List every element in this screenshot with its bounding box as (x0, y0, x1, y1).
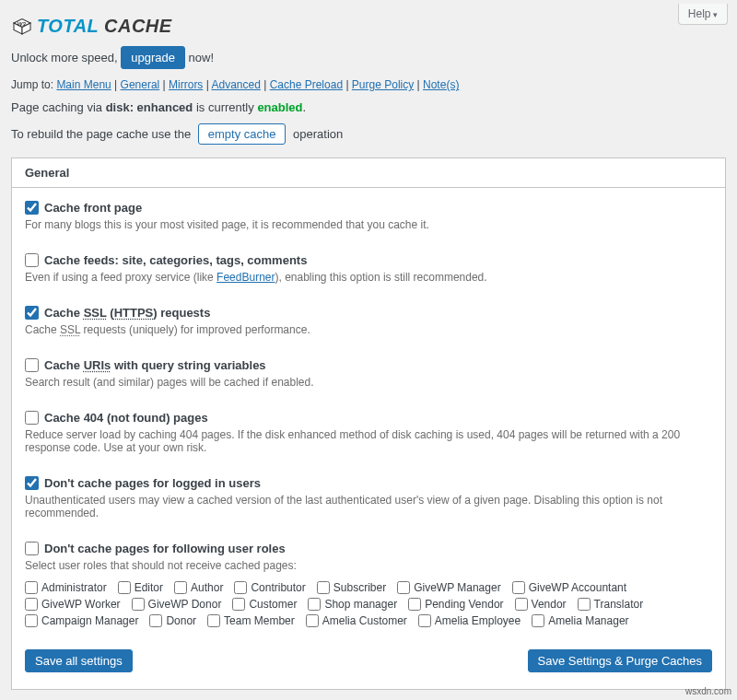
role-editor[interactable]: Editor (118, 581, 163, 594)
role-checkbox[interactable] (397, 581, 410, 594)
option-logged: Don't cache pages for logged in usersUna… (25, 476, 712, 519)
empty-cache-button[interactable]: empty cache (198, 123, 287, 145)
role-checkbox[interactable] (232, 598, 245, 611)
role-givewp-worker[interactable]: GiveWP Worker (25, 598, 121, 611)
option-logged-checkbox[interactable] (25, 476, 39, 490)
role-shop-manager[interactable]: Shop manager (308, 598, 397, 611)
role-givewp-accountant[interactable]: GiveWP Accountant (512, 581, 627, 594)
option-query-title: Cache URIs with query string variables (44, 358, 266, 372)
role-checkbox[interactable] (25, 581, 38, 594)
role-subscriber[interactable]: Subscriber (317, 581, 386, 594)
role-amelia-customer[interactable]: Amelia Customer (306, 614, 407, 627)
rebuild-line: To rebuild the page cache use the empty … (11, 123, 726, 145)
option-roles-title: Don't cache pages for following user rol… (44, 542, 286, 555)
option-roles-desc: Select user roles that should not receiv… (25, 559, 712, 572)
role-pending-vendor[interactable]: Pending Vendor (408, 598, 503, 611)
option-ssl-label[interactable]: Cache SSL (HTTPS) requests (25, 306, 712, 320)
role-checkbox[interactable] (512, 581, 525, 594)
page-wrap: W3 TOTAL CACHE Unlock more speed, upgrad… (0, 0, 737, 699)
attribution: wsxdn.com (685, 686, 731, 696)
option-logged-label[interactable]: Don't cache pages for logged in users (25, 476, 712, 490)
role-author[interactable]: Author (174, 581, 223, 594)
option-ssl-checkbox[interactable] (25, 306, 39, 320)
jump-nav: Jump to: Main Menu | General | Mirrors |… (11, 78, 726, 91)
option-query-checkbox[interactable] (25, 358, 39, 372)
role-administrator[interactable]: Administrator (25, 581, 107, 594)
option-feeds-title: Cache feeds: site, categories, tags, com… (44, 253, 307, 267)
role-checkbox[interactable] (149, 614, 162, 627)
role-checkbox[interactable] (25, 614, 38, 627)
jump-link-advanced[interactable]: Advanced (212, 78, 261, 91)
upgrade-button[interactable]: upgrade (121, 46, 185, 69)
role-checkbox[interactable] (25, 598, 38, 611)
role-amelia-employee[interactable]: Amelia Employee (418, 614, 521, 627)
role-team-member[interactable]: Team Member (207, 614, 295, 627)
svg-text:W3: W3 (18, 21, 27, 27)
role-donor[interactable]: Donor (149, 614, 196, 627)
role-checkbox[interactable] (532, 614, 544, 627)
jump-link-mirrors[interactable]: Mirrors (169, 78, 203, 91)
option-feeds-checkbox[interactable] (25, 253, 39, 267)
logo-icon: W3 (11, 15, 33, 37)
role-checkbox[interactable] (207, 614, 220, 627)
option-ssl-desc: Cache SSL requests (uniquely) for improv… (25, 323, 712, 336)
role-contributor[interactable]: Contributor (234, 581, 305, 594)
role-checkbox[interactable] (317, 581, 330, 594)
save-all-button[interactable]: Save all settings (25, 649, 133, 672)
jump-link-note-s-[interactable]: Note(s) (423, 78, 459, 91)
option-404-title: Cache 404 (not found) pages (44, 411, 208, 425)
role-checkbox[interactable] (174, 581, 187, 594)
option-404-label[interactable]: Cache 404 (not found) pages (25, 411, 712, 425)
link-feedburner[interactable]: FeedBurner (216, 271, 275, 284)
option-query: Cache URIs with query string variablesSe… (25, 358, 712, 389)
role-checkbox[interactable] (515, 598, 528, 611)
roles-list: AdministratorEditorAuthorContributorSubs… (25, 581, 712, 627)
option-ssl: Cache SSL (HTTPS) requestsCache SSL requ… (25, 306, 712, 336)
logo-text: TOTAL CACHE (37, 16, 172, 37)
role-checkbox[interactable] (118, 581, 131, 594)
option-roles-label[interactable]: Don't cache pages for following user rol… (25, 542, 712, 555)
option-feeds-desc: Even if using a feed proxy service (like… (25, 271, 712, 284)
option-front-checkbox[interactable] (25, 201, 39, 215)
jump-link-cache-preload[interactable]: Cache Preload (270, 78, 343, 91)
role-vendor[interactable]: Vendor (515, 598, 567, 611)
role-translator[interactable]: Translator (578, 598, 644, 611)
option-feeds-label[interactable]: Cache feeds: site, categories, tags, com… (25, 253, 712, 267)
option-query-desc: Search result (and similar) pages will b… (25, 376, 712, 389)
option-query-label[interactable]: Cache URIs with query string variables (25, 358, 712, 372)
option-404-checkbox[interactable] (25, 411, 39, 425)
option-front-label[interactable]: Cache front page (25, 201, 712, 215)
role-checkbox[interactable] (578, 598, 591, 611)
help-button[interactable]: Help (678, 4, 728, 25)
option-front-desc: For many blogs this is your most visited… (25, 218, 712, 231)
role-givewp-donor[interactable]: GiveWP Donor (132, 598, 222, 611)
option-roles-checkbox[interactable] (25, 542, 39, 555)
jump-link-purge-policy[interactable]: Purge Policy (352, 78, 414, 91)
general-panel: General Cache front pageFor many blogs t… (11, 158, 726, 690)
jump-link-main-menu[interactable]: Main Menu (56, 78, 111, 91)
role-checkbox[interactable] (306, 614, 319, 627)
jump-link-general[interactable]: General (121, 78, 160, 91)
save-purge-button[interactable]: Save Settings & Purge Caches (528, 649, 713, 672)
option-roles: Don't cache pages for following user rol… (25, 542, 712, 627)
panel-title: General (12, 158, 725, 188)
role-customer[interactable]: Customer (232, 598, 297, 611)
option-front-title: Cache front page (44, 201, 142, 215)
role-checkbox[interactable] (418, 614, 431, 627)
role-checkbox[interactable] (234, 581, 247, 594)
role-checkbox[interactable] (408, 598, 421, 611)
option-logged-desc: Unauthenticated users may view a cached … (25, 494, 712, 519)
option-logged-title: Don't cache pages for logged in users (44, 476, 261, 490)
option-feeds: Cache feeds: site, categories, tags, com… (25, 253, 712, 284)
option-404-desc: Reduce server load by caching 404 pages.… (25, 428, 712, 454)
jump-label: Jump to: (11, 78, 53, 91)
role-givewp-manager[interactable]: GiveWP Manager (397, 581, 500, 594)
role-amelia-manager[interactable]: Amelia Manager (532, 614, 628, 627)
role-checkbox[interactable] (132, 598, 145, 611)
role-campaign-manager[interactable]: Campaign Manager (25, 614, 138, 627)
logo: W3 TOTAL CACHE (11, 15, 726, 37)
option-404: Cache 404 (not found) pagesReduce server… (25, 411, 712, 454)
role-checkbox[interactable] (308, 598, 321, 611)
option-ssl-title: Cache SSL (HTTPS) requests (44, 306, 210, 320)
option-front: Cache front pageFor many blogs this is y… (25, 201, 712, 231)
